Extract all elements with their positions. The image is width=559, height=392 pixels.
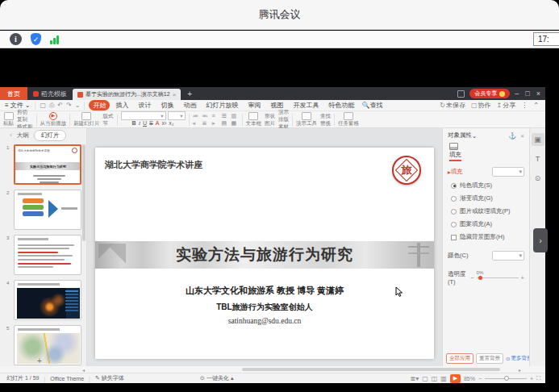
zoom-slider[interactable] (485, 378, 527, 379)
font-name-select[interactable]: ▾ (121, 111, 166, 120)
option-gradient-fill[interactable]: 渐变填充(G) (451, 194, 529, 202)
find-button[interactable]: 查找 (320, 113, 331, 119)
strikethrough-button[interactable]: S (149, 120, 153, 127)
replace-button[interactable]: 替换 (320, 120, 331, 127)
close-button[interactable]: × (536, 90, 540, 98)
more-icon[interactable]: ⋮ (521, 102, 528, 109)
indent-icon[interactable]: ≡ (212, 113, 219, 119)
copy-button[interactable]: 复制 (17, 116, 33, 123)
redo-icon[interactable]: ↷ (66, 102, 72, 110)
theme-name[interactable]: Office Theme (50, 376, 84, 382)
panel-collapse-icon[interactable]: ‹ (10, 131, 12, 139)
scrollbar-thumb[interactable] (242, 368, 500, 371)
minimize-button[interactable]: – (515, 90, 519, 98)
fill-tab[interactable]: 填充 (449, 151, 461, 161)
tab-document[interactable]: 基于实验的旅游行为...演示文稿12 × (73, 89, 181, 100)
menu-tab-insert[interactable]: 插入 (111, 100, 132, 111)
option-solid-fill[interactable]: 纯色填充(S) (451, 181, 529, 190)
text-tool-strip-icon[interactable]: T (532, 152, 544, 165)
numbering-icon[interactable]: ≕ (202, 113, 210, 119)
slider-handle[interactable] (478, 276, 482, 280)
scroll-left-icon[interactable]: ◂ (82, 367, 85, 373)
maximize-button[interactable]: □ (525, 90, 529, 98)
menu-tab-devtools[interactable]: 开发工具 (289, 100, 323, 111)
superscript-button[interactable]: x² (161, 120, 166, 127)
option-pattern-fill[interactable]: 图案填充(A) (451, 220, 529, 228)
network-signal-icon[interactable] (50, 35, 59, 44)
thumbnail-slide-1[interactable]: 1 湖北大学商学院学术讲座 实验方法与旅游行为研究 (0, 142, 86, 187)
minus-icon[interactable]: − (470, 274, 473, 281)
slides-tab[interactable]: 幻灯片 (34, 130, 67, 141)
missing-font-status[interactable]: ✎ 缺失字体 (95, 374, 124, 382)
security-shield-icon[interactable]: ✓ (31, 33, 41, 45)
textbox-button[interactable]: 文本框 (246, 112, 262, 127)
tab-home[interactable]: 首页 (0, 87, 27, 100)
zoom-level[interactable]: 85% (464, 376, 475, 382)
option-hide-background[interactable]: 隐藏背景图形(H) (451, 233, 529, 241)
menu-tab-features[interactable]: 特色功能 (324, 100, 358, 111)
line-spacing-icon[interactable]: ☰ (222, 113, 229, 119)
new-tab-button[interactable]: + (181, 90, 198, 98)
option-picture-fill[interactable]: 图片或纹理填充(P) (451, 207, 529, 215)
zoom-out-icon[interactable]: − (478, 376, 482, 382)
sync-status[interactable]: ↻未保存 (440, 101, 465, 110)
justify-icon[interactable]: ▤ (222, 120, 229, 127)
play-from-current-button[interactable]: ▶从当前播放 (40, 112, 67, 127)
slideshow-play-button[interactable]: ▶ (450, 374, 461, 383)
italic-button[interactable]: I (139, 120, 140, 127)
font-color-button[interactable]: A (156, 120, 160, 127)
menu-tab-start[interactable]: 开始 (89, 100, 110, 111)
horizontal-scrollbar[interactable]: ◂ ▸ (89, 367, 515, 372)
underline-button[interactable]: U (143, 120, 147, 127)
thumbnails-scrollbar[interactable] (82, 144, 86, 241)
sorter-view-icon[interactable]: ◫ (432, 375, 438, 382)
zoom-slider-handle[interactable] (504, 376, 509, 381)
menu-find[interactable]: 🔍查找 (358, 101, 382, 110)
doc-close-icon[interactable]: × (173, 91, 177, 98)
member-badge[interactable]: 会员专享 (469, 89, 510, 98)
arrange-button[interactable]: 排版 (278, 116, 289, 123)
notes-view-icon[interactable]: ≣▾ (410, 375, 419, 382)
close-panel-icon[interactable]: × (520, 132, 524, 140)
text-direction-icon[interactable]: ▦ (232, 120, 239, 127)
scroll-right-icon[interactable]: ▸ (519, 367, 521, 373)
add-slide-button[interactable]: + (37, 357, 42, 365)
menu-tab-slideshow[interactable]: 幻灯片放映 (202, 100, 242, 111)
transparency-slider[interactable]: − 0% + (470, 274, 524, 281)
layout-button[interactable]: 版式 (103, 113, 114, 119)
collab-button[interactable]: ▢协作 (471, 101, 491, 110)
reset-background-button[interactable]: 重置背景 (476, 353, 503, 364)
apply-all-button[interactable]: 全部应用 (446, 353, 473, 364)
reading-view-icon[interactable]: ▥ (440, 375, 447, 382)
save-icon[interactable]: ▢ (40, 102, 46, 110)
present-button[interactable]: 演示 (278, 109, 289, 115)
properties-strip-icon[interactable]: ▣ (532, 133, 544, 146)
plus-icon[interactable]: + (521, 274, 524, 281)
zoom-in-icon[interactable]: + (530, 376, 533, 382)
bullets-icon[interactable]: ≔ (193, 113, 200, 119)
thumbnail-slide-4[interactable]: 4 (0, 277, 86, 323)
thumbnail-slide-3[interactable]: 3 (0, 232, 86, 277)
thumbnail-slide-2[interactable]: 2 (0, 187, 86, 232)
fill-preset-select[interactable]: ▾ (492, 167, 524, 177)
new-slide-button[interactable]: 新建幻灯片 (73, 112, 100, 127)
pin-icon[interactable]: ⚓ (508, 132, 516, 140)
paste-button[interactable]: 粘贴 (3, 112, 14, 127)
thumbnail-slide-5[interactable]: 5 (0, 323, 86, 366)
undo-icon[interactable]: ↶ (57, 102, 63, 110)
columns-icon[interactable]: ▥ (232, 113, 239, 119)
outline-tab[interactable]: 大纲 (17, 131, 29, 140)
menu-tab-design[interactable]: 设计 (134, 100, 155, 111)
share-button[interactable]: ↥分享 (497, 101, 516, 110)
align-center-icon[interactable]: ≣ (202, 120, 210, 127)
bold-button[interactable]: B (132, 120, 136, 127)
shapes-button[interactable]: 形状 (265, 113, 275, 119)
collapse-ribbon-icon[interactable]: ⌃ (533, 102, 539, 109)
tab-template[interactable]: 稻壳模板 (27, 90, 73, 98)
font-size-select[interactable]: ▾ (168, 111, 186, 120)
menu-tab-transition[interactable]: 切换 (156, 100, 177, 111)
cut-button[interactable]: 剪切 (17, 109, 33, 115)
picture-button[interactable]: 图片 (265, 120, 275, 127)
presentation-tools-button[interactable]: 演示工具 (296, 112, 317, 127)
task-pane-button[interactable]: 任务窗格 (338, 112, 359, 127)
